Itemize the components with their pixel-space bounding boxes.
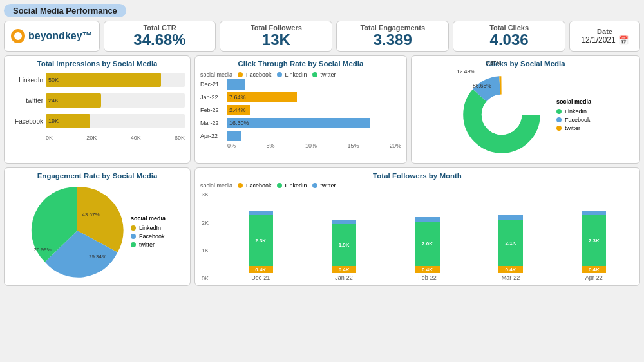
sbar-seg-twitter-mar22 [498,215,523,220]
engagement-pie-title: Engagement Rate by Social Media [10,172,185,180]
sbar-stack-mar22: 0.4K 2.1K [498,215,523,273]
kpi-card-engagements: Total Engagements 3.389 [336,21,449,52]
hbar-row-twitter: twitter 24K [10,93,185,108]
impressions-chart-title: Total Impressions by Social Media [10,60,185,68]
sbar-legend: social media Facebook LinkedIn twitter [200,182,634,189]
donut-pct-12: 12.49% [457,68,475,75]
ctr-row-apr22: Apr-22 [200,131,401,141]
sbar-seg-facebook-jan22: 0.4K [332,266,356,273]
engagement-pie-card: Engagement Rate by Social Media 43.67% 2… [4,167,191,286]
twitter-dot [312,183,317,188]
ctr-legend-label: social media [200,71,232,78]
clicks-donut-card: Clicks by Social Media [411,55,640,164]
pie-legend-linkedin: LinkedIn [131,225,166,231]
ctr-bar-apr22 [227,131,242,141]
dashboard: Social Media Performance beyondkey™ Tota… [0,0,644,362]
top-charts-row: Total Impressions by Social Media Linked… [4,55,640,164]
kpi-value-ctr: 34.68% [133,32,185,48]
ctr-legend: social media Facebook LinkedIn twitter [200,71,401,78]
hbar-label-facebook: Facebook [10,118,43,125]
kpi-card-followers: Total Followers 13K [220,21,332,52]
facebook-dot [131,234,136,239]
logo-icon [11,29,25,43]
sbar-xlabel-jan22: Jan-22 [335,274,353,281]
ctr-legend-facebook: Facebook [238,71,272,78]
kpi-card-ctr: Total CTR 34.68% [104,21,216,52]
facebook-dot [556,117,562,122]
twitter-dot [131,242,136,247]
kpi-row: beyondkey™ Total CTR 34.68% Total Follow… [4,21,640,52]
ctr-bar-jan22: 7.64% [227,92,297,102]
sbar-group-feb22: 0.4K 2.0K Feb-22 [390,217,465,281]
calendar-icon: 📅 [618,35,629,45]
ctr-legend-linkedin: LinkedIn [277,71,307,78]
sbar-group-dec21: 0.4K 2.3K Dec-21 [223,211,298,281]
sbar-legend-twitter: twitter [312,182,336,189]
donut-legend-linkedin: LinkedIn [556,108,591,115]
hbar-val-twitter: 24K [48,97,59,104]
facebook-dot [238,72,243,77]
date-value[interactable]: 12/1/2021 📅 [581,35,628,45]
pie-svg [29,182,126,279]
followers-chart-title: Total Followers by Month [200,172,634,180]
kpi-value-engagements: 3.389 [374,32,412,48]
sbar-stack-feb22: 0.4K 2.0K [415,217,440,273]
hbar-label-linkedin: LinkedIn [10,77,43,84]
followers-stacked-chart: social media Facebook LinkedIn twitter [200,182,634,281]
donut-legend-twitter: twitter [556,125,591,131]
ctr-axis: 0% 5% 10% 15% 20% [227,142,401,149]
hbar-fill-facebook: 19K [46,114,90,128]
ctr-bar-feb22: 2.44% [227,105,250,115]
ctr-row-jan22: Jan-22 7.64% [200,92,401,102]
hbar-label-twitter: twitter [10,97,43,104]
sbar-group-jan22: 0.4K 1.9K Jan-22 [306,220,381,281]
donut-legend: social media LinkedIn Facebook twitter [556,99,591,131]
kpi-value-clicks: 4.036 [490,32,529,48]
ctr-row-dec21: Dec-21 [200,79,401,90]
impressions-chart-card: Total Impressions by Social Media Linked… [4,55,191,164]
sbar-xlabel-mar22: Mar-22 [502,274,520,281]
ctr-row-feb22: Feb-22 2.44% [200,105,401,115]
hbar-fill-linkedin: 50K [46,73,161,87]
pie-pct-twitter: 26.99% [33,247,51,252]
pie-pct-facebook: 29.34% [89,254,106,260]
twitter-dot [556,126,562,131]
date-text: 12/1/2021 [581,35,615,44]
impressions-bar-chart: LinkedIn 50K twitter 24K [10,70,185,144]
sbar-seg-linkedin-dec21: 2.3K [249,215,273,266]
donut-pct-087: 0.87% [486,60,501,66]
sbar-legend-facebook: Facebook [238,182,272,189]
linkedin-dot [556,109,562,114]
pie-legend-facebook: Facebook [131,233,166,240]
sbar-seg-twitter-apr22 [582,211,606,215]
pie-legend: social media LinkedIn Facebook twitter [131,215,166,248]
ctr-chart-card: Click Through Rate by Social Media socia… [194,55,407,164]
linkedin-dot [277,72,282,77]
kpi-value-followers: 13K [262,32,290,48]
date-card: Date 12/1/2021 📅 [569,21,640,52]
ctr-bar-mar22: 16.30% [227,118,370,128]
kpi-card-clicks: Total Clicks 4.036 [453,21,565,52]
hbar-outer-facebook: 19K [46,114,185,128]
ctr-legend-twitter: twitter [312,71,336,78]
logo-box: beyondkey™ [4,21,100,52]
hbar-fill-twitter: 24K [46,93,101,108]
sbar-group-apr22: 0.4K 2.3K Apr-22 [556,211,632,281]
sbar-wrapper: 3K 2K 1K 0K 0.4K 2.3K D [220,191,634,281]
sbar-seg-facebook-apr22: 0.4K [582,266,606,273]
sbar-group-mar22: 0.4K 2.1K Mar-22 [473,215,548,281]
hbar-val-facebook: 19K [48,118,59,124]
donut-hole [482,95,522,135]
sbar-seg-twitter-jan22 [332,220,356,224]
sbar-area: 0.4K 2.3K Dec-21 0.4K 1.9K [220,191,634,281]
hbar-outer-linkedin: 50K [46,73,185,87]
pie-container: 43.67% 29.34% 26.99% social media Linked… [10,182,185,281]
donut-legend-facebook: Facebook [556,117,591,123]
clicks-donut-title: Clicks by Social Media [417,60,634,68]
linkedin-dot [131,225,136,231]
sbar-seg-linkedin-mar22: 2.1K [498,220,523,266]
ctr-row-mar22: Mar-22 16.30% [200,118,401,128]
sbar-legend-linkedin: LinkedIn [277,182,307,189]
ctr-chart: social media Facebook LinkedIn twitter [200,70,401,150]
ctr-chart-title: Click Through Rate by Social Media [200,60,401,68]
